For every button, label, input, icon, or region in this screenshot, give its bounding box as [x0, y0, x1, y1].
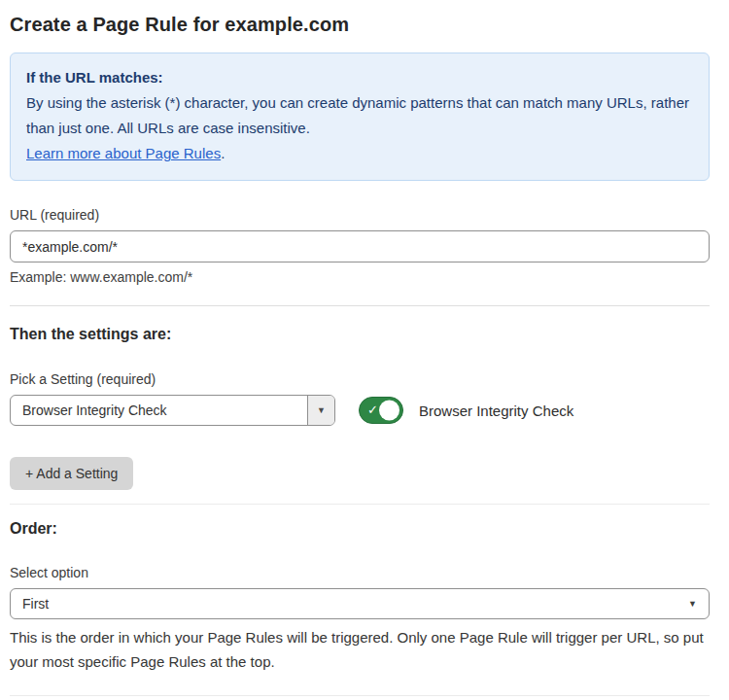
info-box-link-line: Learn more about Page Rules. [26, 141, 693, 166]
divider [10, 504, 710, 505]
chevron-down-icon: ▼ [688, 599, 697, 609]
page-rule-form: Create a Page Rule for example.com If th… [0, 0, 729, 700]
toggle-knob [379, 401, 399, 421]
add-setting-button[interactable]: + Add a Setting [10, 457, 133, 490]
url-field-label: URL (required) [10, 207, 710, 223]
info-box-body: By using the asterisk (*) character, you… [26, 90, 693, 141]
setting-row: Browser Integrity Check ▼ ✓ Browser Inte… [10, 395, 710, 426]
browser-integrity-toggle[interactable]: ✓ [359, 397, 403, 424]
setting-select[interactable]: Browser Integrity Check ▼ [10, 395, 335, 426]
check-icon: ✓ [367, 403, 378, 416]
order-select-label: Select option [10, 565, 710, 580]
setting-select-arrow-button[interactable]: ▼ [307, 396, 334, 425]
settings-section-heading: Then the settings are: [10, 326, 710, 343]
chevron-down-icon: ▼ [317, 405, 326, 415]
url-input[interactable] [10, 230, 710, 262]
url-match-info-box: If the URL matches: By using the asteris… [10, 52, 710, 181]
order-select-value: First [22, 596, 688, 612]
order-section-heading: Order: [10, 520, 710, 538]
page-title: Create a Page Rule for example.com [10, 14, 710, 36]
pick-setting-label: Pick a Setting (required) [10, 371, 710, 387]
order-helper-text: This is the order in which your Page Rul… [10, 625, 710, 674]
url-example-helper: Example: www.example.com/* [10, 269, 710, 285]
divider [10, 305, 710, 306]
divider [10, 695, 710, 696]
link-suffix: . [221, 145, 225, 161]
order-select[interactable]: First ▼ [10, 588, 710, 619]
toggle-label: Browser Integrity Check [419, 402, 573, 419]
toggle-wrap: ✓ Browser Integrity Check [359, 397, 573, 424]
setting-select-value: Browser Integrity Check [11, 396, 307, 425]
learn-more-link[interactable]: Learn more about Page Rules [26, 145, 221, 161]
info-box-heading: If the URL matches: [26, 65, 693, 90]
